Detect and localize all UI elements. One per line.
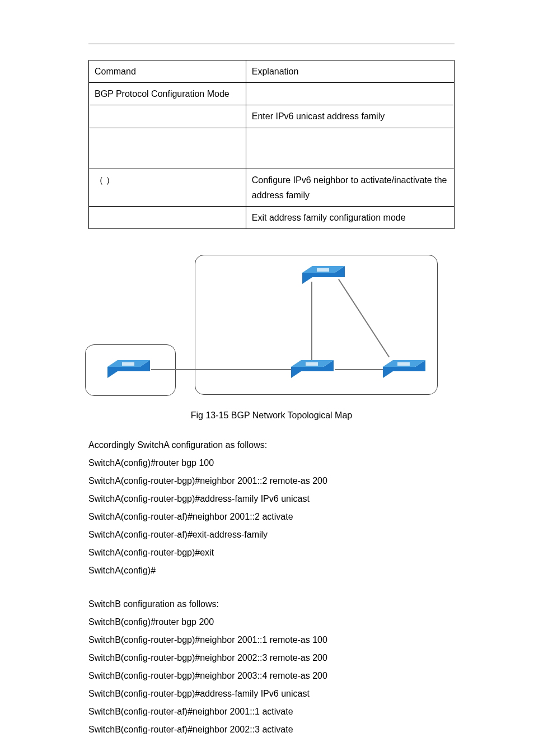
cell-left — [89, 105, 246, 128]
svg-rect-8 — [397, 362, 410, 366]
config-line: SwitchB(config-router-af)#neighbor 2001:… — [88, 703, 455, 721]
svg-rect-2 — [122, 362, 134, 366]
table-row: Exit address family configuration mode — [89, 206, 455, 228]
config-line: SwitchA(config)#router bgp 100 — [88, 454, 455, 472]
config-line: SwitchB(config-router-bgp)#neighbor 2002… — [88, 649, 455, 667]
switch-icon — [383, 360, 425, 379]
switch-icon — [302, 266, 345, 285]
figure-caption: Fig 13-15 BGP Network Topological Map — [88, 410, 455, 421]
table-row: Enter IPv6 unicast address family — [89, 105, 455, 128]
topology-diagram — [85, 255, 443, 400]
config-line: SwitchA(config-router-af)#neighbor 2001:… — [88, 508, 455, 526]
cell-left: BGP Protocol Configuration Mode — [89, 83, 246, 105]
svg-rect-5 — [306, 362, 318, 366]
table-header-left: Command — [89, 60, 246, 83]
cell-right: Enter IPv6 unicast address family — [246, 105, 454, 128]
cell-right — [246, 83, 454, 105]
cell-left: （ ） — [89, 169, 246, 206]
config-listing: Accordingly SwitchA configuration as fol… — [88, 436, 455, 739]
command-table: Command Explanation BGP Protocol Configu… — [88, 60, 455, 229]
table-row: Command Explanation — [89, 60, 455, 83]
switch-icon — [291, 360, 334, 379]
table-header-right: Explanation — [246, 60, 454, 83]
link-line — [311, 282, 312, 361]
cell-right: Configure IPv6 neighbor to activate/inac… — [246, 169, 454, 206]
config-line: SwitchA(config-router-bgp)#address-famil… — [88, 490, 455, 508]
config-line: SwitchA(config-router-af)#exit-address-f… — [88, 526, 455, 544]
table-row: BGP Protocol Configuration Mode — [89, 83, 455, 105]
config-line: Accordingly SwitchA configuration as fol… — [88, 436, 455, 454]
config-line: SwitchB(config-router-af)#neighbor 2002:… — [88, 721, 455, 739]
top-rule — [88, 44, 455, 44]
link-line — [335, 369, 384, 370]
config-line: SwitchA(config-router-bgp)#exit — [88, 544, 455, 562]
table-row: （ ） Configure IPv6 neighbor to activate/… — [89, 169, 455, 206]
svg-rect-11 — [317, 268, 329, 272]
config-line: SwitchB configuration as follows: — [88, 595, 455, 613]
link-line — [151, 369, 292, 370]
config-line: SwitchA(config)# — [88, 562, 455, 580]
config-line: SwitchB(config)#router bgp 200 — [88, 613, 455, 631]
cell-left — [89, 206, 246, 228]
cell-right — [246, 128, 454, 169]
table-row — [89, 128, 455, 169]
switch-icon — [107, 360, 150, 379]
config-line: SwitchA(config-router-bgp)#neighbor 2001… — [88, 472, 455, 490]
config-line: SwitchB(config-router-bgp)#neighbor 2001… — [88, 631, 455, 649]
cell-left — [89, 128, 246, 169]
config-line: SwitchB(config-router-bgp)#address-famil… — [88, 685, 455, 703]
config-line: SwitchB(config-router-bgp)#neighbor 2003… — [88, 667, 455, 685]
cell-right: Exit address family configuration mode — [246, 206, 454, 228]
